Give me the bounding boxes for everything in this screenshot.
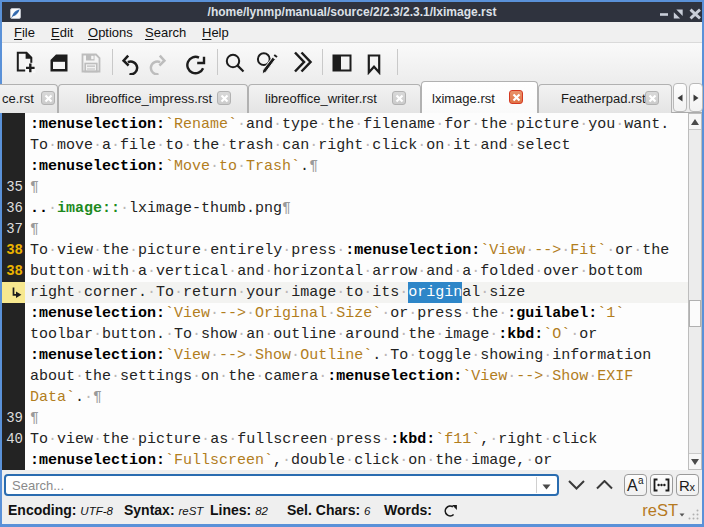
svg-text:A: A <box>627 477 638 494</box>
svg-text:R: R <box>679 477 690 494</box>
svg-text:x: x <box>690 481 696 493</box>
svg-text:a: a <box>638 475 644 486</box>
